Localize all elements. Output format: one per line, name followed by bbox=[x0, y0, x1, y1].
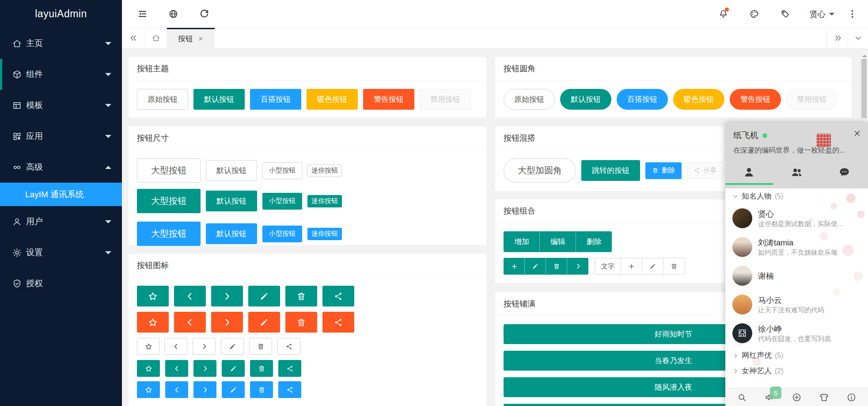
tab-friends[interactable] bbox=[725, 160, 773, 185]
delete-button[interactable] bbox=[285, 286, 317, 306]
close-icon[interactable] bbox=[198, 36, 204, 42]
theme-normal-button[interactable]: 百搭按钮 bbox=[250, 89, 301, 110]
delete-button[interactable] bbox=[663, 258, 685, 274]
tab-buttons[interactable]: 按钮 bbox=[167, 28, 215, 48]
im-contact[interactable]: 谢楠 bbox=[725, 261, 868, 290]
add-button[interactable] bbox=[504, 258, 525, 275]
size-xs-primary-button[interactable]: 迷你按钮 bbox=[307, 165, 342, 177]
share-button[interactable] bbox=[322, 286, 354, 306]
mix-jump-button[interactable]: 跳转的按钮 bbox=[581, 160, 640, 181]
star-button[interactable] bbox=[137, 338, 160, 355]
tab-history[interactable] bbox=[820, 160, 868, 185]
im-contact[interactable]: 贤心 这些都是测试数据，实际使... bbox=[725, 204, 868, 233]
delete-button[interactable] bbox=[285, 312, 317, 333]
theme-warm-button[interactable]: 暖色按钮 bbox=[307, 89, 358, 110]
contact-group-goddess[interactable]: 女神艺人 (2) bbox=[725, 363, 868, 379]
sidebar-item-authorize[interactable]: 授权 bbox=[0, 268, 122, 299]
radius-warm-button[interactable]: 暖色按钮 bbox=[673, 89, 724, 110]
sidebar-item-components[interactable]: 组件 bbox=[0, 59, 122, 90]
tabs-menu-button[interactable] bbox=[848, 28, 868, 48]
edit-button[interactable] bbox=[642, 258, 663, 274]
next-button[interactable] bbox=[567, 258, 588, 275]
delete-button[interactable] bbox=[249, 338, 272, 355]
size-sm-primary-button[interactable]: 小型按钮 bbox=[262, 162, 302, 179]
refresh-button[interactable] bbox=[190, 0, 218, 28]
size-sm-normal-button[interactable]: 小型按钮 bbox=[262, 226, 302, 242]
contact-group-voice[interactable]: 网红声优 (5) bbox=[725, 348, 868, 363]
im-contact[interactable]: 刘涛tamia 如约而至，不负姊妹欢乐颂 bbox=[725, 233, 868, 261]
size-lg-normal-button[interactable]: 大型按钮 bbox=[137, 222, 201, 246]
next-button[interactable] bbox=[193, 360, 216, 377]
edit-button[interactable] bbox=[222, 360, 245, 377]
sidebar-item-layim[interactable]: LayIM 通讯系统 bbox=[0, 183, 122, 206]
star-button[interactable] bbox=[137, 286, 169, 306]
prev-button[interactable] bbox=[165, 360, 188, 377]
next-button[interactable] bbox=[211, 286, 243, 306]
sidebar-item-senior[interactable]: 高级 bbox=[0, 152, 122, 183]
add-button[interactable] bbox=[621, 258, 642, 274]
size-lg-primary-button[interactable]: 大型按钮 bbox=[137, 158, 201, 183]
star-button[interactable] bbox=[137, 360, 160, 377]
edit-button[interactable] bbox=[222, 381, 245, 398]
prev-button[interactable] bbox=[164, 338, 187, 355]
text-button[interactable]: 文字 bbox=[595, 258, 621, 274]
notifications-button[interactable] bbox=[709, 0, 737, 28]
edit-button[interactable] bbox=[248, 286, 280, 306]
edit-button[interactable] bbox=[248, 312, 280, 333]
radius-primary-button[interactable]: 原始按钮 bbox=[504, 89, 555, 110]
next-button[interactable] bbox=[211, 312, 243, 333]
next-button[interactable] bbox=[193, 338, 216, 355]
skin-shirt-icon[interactable] bbox=[819, 392, 829, 402]
user-menu[interactable]: 贤心 bbox=[798, 0, 846, 28]
edit-button[interactable] bbox=[221, 338, 244, 355]
more-menu-button[interactable] bbox=[840, 0, 864, 28]
scroll-up-arrow-icon[interactable] bbox=[862, 53, 867, 57]
mix-large-radius-button[interactable]: 大型加圆角 bbox=[504, 158, 576, 183]
edit-button[interactable]: 编辑 bbox=[540, 231, 576, 252]
prev-button[interactable] bbox=[174, 286, 206, 306]
sidebar-item-templates[interactable]: 模板 bbox=[0, 90, 122, 121]
share-button[interactable] bbox=[278, 360, 301, 377]
size-sm-default-button[interactable]: 小型按钮 bbox=[262, 193, 302, 210]
edit-button[interactable] bbox=[525, 258, 546, 275]
star-button[interactable] bbox=[137, 312, 169, 333]
sidebar-item-users[interactable]: 用户 bbox=[0, 206, 122, 237]
collapse-sidebar-button[interactable] bbox=[129, 0, 156, 28]
sidebar-item-home[interactable]: 主页 bbox=[0, 28, 122, 59]
next-button[interactable] bbox=[193, 381, 216, 398]
search-icon[interactable] bbox=[737, 392, 747, 402]
theme-danger-button[interactable]: 警告按钮 bbox=[363, 89, 414, 110]
tab-home[interactable] bbox=[145, 28, 167, 48]
im-signature[interactable]: 在深邃的编码世界，做一枚轻盈的... bbox=[733, 146, 860, 155]
im-contact[interactable]: 马小云 让天下没有难写的代码 bbox=[725, 290, 868, 319]
note-button[interactable] bbox=[771, 0, 799, 28]
radius-danger-button[interactable]: 警告按钮 bbox=[730, 89, 781, 110]
size-xs-default-button[interactable]: 迷你按钮 bbox=[307, 195, 342, 207]
share-button[interactable] bbox=[278, 381, 301, 398]
contact-group-celebrities[interactable]: 知名人物 (5) bbox=[725, 188, 868, 204]
add-button[interactable]: 增加 bbox=[504, 231, 540, 252]
delete-button[interactable]: 删除 bbox=[576, 231, 612, 252]
sidebar-item-apps[interactable]: 应用 bbox=[0, 121, 122, 152]
tabs-scroll-left-button[interactable] bbox=[122, 28, 145, 48]
theme-primary-button[interactable]: 原始按钮 bbox=[137, 89, 188, 110]
scrollbar-thumb[interactable] bbox=[861, 59, 867, 118]
mix-delete-button[interactable]: 删除 bbox=[645, 162, 682, 179]
radius-default-button[interactable]: 默认按钮 bbox=[560, 89, 611, 110]
size-default-normal-button[interactable]: 默认按钮 bbox=[206, 223, 257, 244]
sidebar-item-settings[interactable]: 设置 bbox=[0, 237, 122, 268]
delete-button[interactable] bbox=[250, 381, 273, 398]
prev-button[interactable] bbox=[174, 312, 206, 333]
theme-default-button[interactable]: 默认按钮 bbox=[193, 89, 245, 110]
size-default-default-button[interactable]: 默认按钮 bbox=[206, 191, 257, 211]
close-icon[interactable] bbox=[853, 129, 861, 138]
delete-button[interactable] bbox=[546, 258, 567, 275]
delete-button[interactable] bbox=[250, 360, 273, 377]
im-contact[interactable]: 囧 徐小峥 代码在囧途，也要写到底 bbox=[725, 319, 868, 348]
star-button[interactable] bbox=[137, 381, 160, 398]
website-button[interactable] bbox=[159, 0, 187, 28]
about-info-icon[interactable] bbox=[846, 392, 857, 402]
size-lg-default-button[interactable]: 大型按钮 bbox=[137, 189, 201, 213]
theme-button[interactable] bbox=[740, 0, 768, 28]
size-xs-normal-button[interactable]: 迷你按钮 bbox=[307, 228, 342, 240]
